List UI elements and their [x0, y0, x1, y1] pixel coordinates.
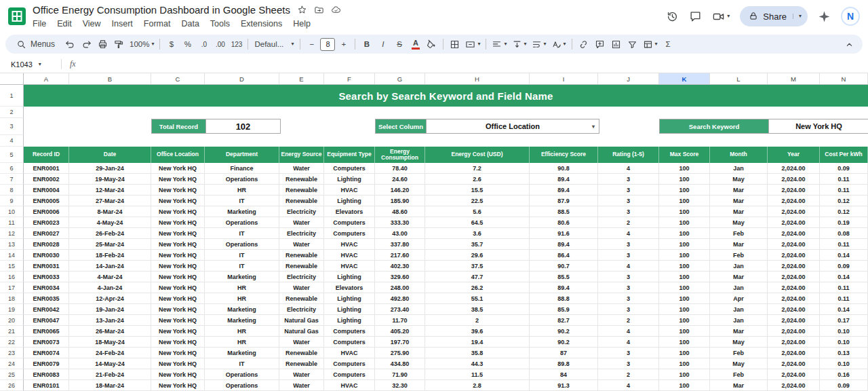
cell[interactable]: ENR0035 — [24, 293, 69, 304]
cell[interactable]: 100 — [659, 315, 710, 326]
cell[interactable]: 0.14 — [820, 272, 868, 282]
cell[interactable]: Computers — [324, 217, 375, 228]
cell[interactable]: 3 — [598, 272, 659, 282]
column-header-d[interactable]: D — [205, 73, 279, 84]
cell[interactable]: 24.60 — [375, 174, 425, 185]
cell[interactable]: 71.90 — [375, 369, 425, 380]
cell[interactable]: Feb — [710, 369, 768, 380]
cell[interactable]: New York HQ — [151, 272, 205, 282]
column-header-j[interactable]: J — [598, 73, 659, 84]
row-header-24[interactable]: 24 — [0, 358, 24, 369]
cell[interactable]: ENR0042 — [24, 304, 69, 315]
cell[interactable]: 86.4 — [530, 250, 598, 261]
cell[interactable]: Feb — [710, 348, 768, 358]
cell[interactable]: May — [710, 217, 768, 228]
cell[interactable]: New York HQ — [151, 250, 205, 261]
cell[interactable]: 100 — [659, 369, 710, 380]
cell[interactable]: HR — [205, 185, 279, 196]
cell[interactable]: HVAC — [324, 250, 375, 261]
cell[interactable]: 88.5 — [530, 206, 598, 217]
cell[interactable]: 100 — [659, 326, 710, 337]
cell[interactable]: 19-Jan-24 — [69, 304, 151, 315]
cell[interactable]: ENR0027 — [24, 228, 69, 239]
cell[interactable]: 2,024.00 — [768, 217, 820, 228]
cell[interactable]: 100 — [659, 163, 710, 174]
cell[interactable]: 90.8 — [530, 163, 598, 174]
cell[interactable]: 26.2 — [425, 282, 530, 293]
cell[interactable]: 2,024.00 — [768, 206, 820, 217]
cell[interactable]: Lighting — [324, 174, 375, 185]
cell[interactable]: 100 — [659, 337, 710, 348]
cell[interactable]: Renewable — [279, 196, 324, 206]
cell[interactable]: 4-May-24 — [69, 217, 151, 228]
cell[interactable]: Elevators — [324, 282, 375, 293]
cell[interactable]: 2 — [598, 369, 659, 380]
menu-view[interactable]: View — [83, 19, 101, 29]
row-header-10[interactable]: 10 — [0, 206, 24, 217]
cell[interactable]: New York HQ — [151, 239, 205, 250]
menus-search-button[interactable]: Menus — [11, 36, 62, 52]
cell[interactable]: 8-Mar-24 — [69, 206, 151, 217]
cell[interactable]: Jan — [710, 315, 768, 326]
cell[interactable]: New York HQ — [151, 163, 205, 174]
cell[interactable]: ENR0033 — [24, 272, 69, 282]
cell[interactable]: 19-May-24 — [69, 174, 151, 185]
column-header-n[interactable]: N — [820, 73, 868, 84]
cell[interactable]: 90.7 — [530, 261, 598, 272]
paint-format-button[interactable] — [111, 36, 127, 52]
create-filter-button[interactable] — [625, 36, 640, 52]
cell[interactable]: Water — [279, 369, 324, 380]
cell[interactable]: Lighting — [324, 293, 375, 304]
cell[interactable]: ENR0030 — [24, 250, 69, 261]
cell[interactable]: Mar — [710, 239, 768, 250]
cell[interactable]: IT — [205, 196, 279, 206]
row-header-3[interactable]: 3 — [0, 118, 24, 135]
cell[interactable]: 100 — [659, 174, 710, 185]
cell[interactable]: 0.14 — [820, 250, 868, 261]
cell[interactable]: Electricity — [279, 228, 324, 239]
cell[interactable]: 25-Mar-24 — [69, 239, 151, 250]
cell[interactable]: 47.7 — [425, 272, 530, 282]
cell[interactable]: New York HQ — [151, 185, 205, 196]
cell[interactable]: 21-Feb-24 — [69, 369, 151, 380]
cell[interactable]: IT — [205, 250, 279, 261]
insert-link-button[interactable] — [576, 36, 591, 52]
cell[interactable]: 12-Apr-24 — [69, 293, 151, 304]
cell[interactable]: Mar — [710, 326, 768, 337]
cell[interactable]: Elevators — [324, 206, 375, 217]
cell[interactable]: 0.11 — [820, 293, 868, 304]
cell[interactable]: Finance — [205, 163, 279, 174]
move-folder-icon[interactable] — [314, 5, 324, 15]
cell[interactable]: 89.8 — [530, 358, 598, 369]
cell[interactable]: 4 — [598, 261, 659, 272]
cell[interactable]: Marketing — [205, 272, 279, 282]
cell[interactable]: Jan — [710, 282, 768, 293]
cell[interactable]: 2,024.00 — [768, 272, 820, 282]
number-format-button[interactable]: 123 — [229, 36, 244, 52]
cell[interactable]: 3 — [598, 304, 659, 315]
share-button[interactable]: Share ▾ — [740, 6, 808, 26]
cell[interactable]: 4-Mar-24 — [69, 272, 151, 282]
cell[interactable]: Lighting — [324, 272, 375, 282]
column-header-h[interactable]: H — [425, 73, 530, 84]
cell[interactable]: 275.90 — [375, 348, 425, 358]
cell[interactable]: ENR0083 — [24, 369, 69, 380]
cell[interactable]: Natural Gas — [279, 326, 324, 337]
cell[interactable]: 2,024.00 — [768, 380, 820, 391]
cell[interactable]: 3 — [598, 293, 659, 304]
row-header-2[interactable]: 2 — [0, 107, 24, 118]
cell[interactable]: 2,024.00 — [768, 304, 820, 315]
insert-chart-button[interactable] — [608, 36, 624, 52]
cell[interactable]: New York HQ — [151, 380, 205, 391]
bold-button[interactable]: B — [359, 36, 374, 52]
cell[interactable]: 29.6 — [425, 250, 530, 261]
cell[interactable]: 434.80 — [375, 358, 425, 369]
cell[interactable]: 32.30 — [375, 380, 425, 391]
menu-format[interactable]: Format — [144, 19, 171, 29]
row-header-15[interactable]: 15 — [0, 261, 24, 272]
cell[interactable]: 78.40 — [375, 163, 425, 174]
cell[interactable]: 0.12 — [820, 196, 868, 206]
cell[interactable]: ENR0034 — [24, 282, 69, 293]
cell[interactable]: 100 — [659, 206, 710, 217]
cell[interactable]: Feb — [710, 228, 768, 239]
